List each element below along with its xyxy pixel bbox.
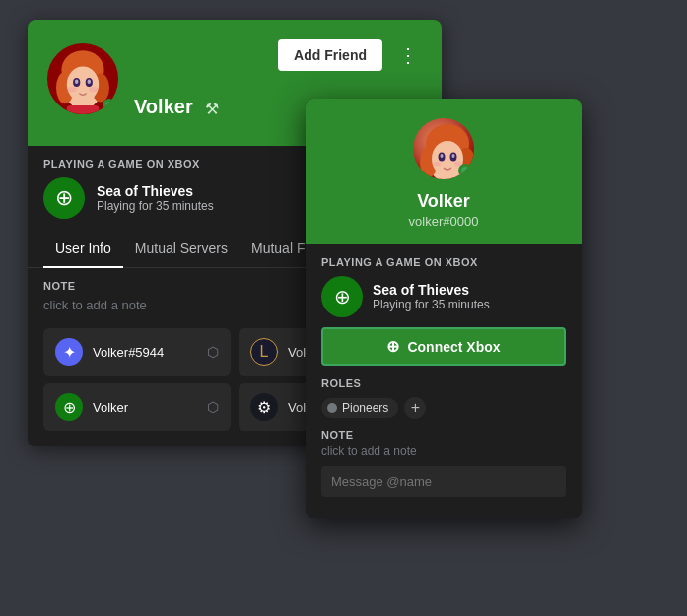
svg-point-20 [452, 154, 455, 158]
front-game-row: ⊕ Sea of Thieves Playing for 35 minutes [321, 276, 566, 317]
roles-section: ROLES Pioneers + [321, 377, 566, 419]
steam-icon: ⚙ [250, 393, 278, 421]
username-display: Volker [134, 96, 193, 118]
profile-card-front: Volker volker#0000 PLAYING A GAME ON XBO… [306, 99, 582, 518]
xbox-username: Volker [93, 400, 128, 415]
front-note-input[interactable]: click to add a note [321, 445, 566, 458]
role-badge-pioneers: Pioneers [321, 398, 398, 418]
role-name: Pioneers [342, 401, 388, 415]
front-avatar [409, 114, 478, 183]
front-game-name: Sea of Thieves [373, 282, 490, 298]
xbox-icon: ⊕ [43, 177, 85, 219]
tools-icon: ⚒ [205, 100, 219, 118]
connect-xbox-icon: ⊕ [386, 337, 399, 356]
external-link-icon-3: ⬡ [207, 399, 219, 415]
discord-icon: ✦ [55, 338, 83, 366]
connected-account-discord[interactable]: ✦ Volker#5944 ⬡ [43, 328, 231, 376]
connect-xbox-label: Connect Xbox [407, 339, 500, 355]
svg-point-9 [68, 87, 77, 92]
svg-rect-11 [67, 105, 99, 114]
league-icon: L [250, 338, 278, 366]
front-note-label: NOTE [321, 429, 566, 441]
front-note-section: NOTE click to add a note [321, 429, 566, 497]
svg-point-8 [88, 79, 92, 84]
xbox-icon-sm: ⊕ [55, 393, 83, 421]
front-status-indicator [458, 164, 472, 177]
add-friend-button[interactable]: Add Friend [278, 39, 382, 71]
game-time: Playing for 35 minutes [97, 199, 214, 213]
svg-point-21 [433, 162, 441, 167]
add-role-button[interactable]: + [404, 397, 426, 419]
status-indicator [103, 99, 116, 112]
front-playing-label: PLAYING A GAME ON XBOX [321, 256, 566, 268]
front-game-info: Sea of Thieves Playing for 35 minutes [373, 282, 490, 311]
avatar [43, 39, 122, 118]
discord-username: Volker#5944 [93, 345, 164, 360]
svg-point-4 [67, 66, 99, 102]
svg-point-7 [75, 79, 79, 84]
roles-label: ROLES [321, 377, 566, 389]
roles-row: Pioneers + [321, 397, 566, 419]
connect-xbox-button[interactable]: ⊕ Connect Xbox [321, 327, 566, 366]
front-game-time: Playing for 35 minutes [373, 298, 490, 311]
front-card-body: PLAYING A GAME ON XBOX ⊕ Sea of Thieves … [306, 244, 582, 518]
game-info: Sea of Thieves Playing for 35 minutes [97, 183, 214, 213]
front-username: Volker [417, 191, 470, 212]
more-options-button[interactable]: ⋮ [390, 39, 426, 71]
tab-mutual-servers[interactable]: Mutual Servers [123, 231, 240, 268]
game-name: Sea of Thieves [97, 183, 214, 199]
role-dot [327, 403, 337, 413]
connected-account-xbox[interactable]: ⊕ Volker ⬡ [43, 383, 231, 431]
tab-user-info[interactable]: User Info [43, 231, 123, 268]
front-xbox-icon: ⊕ [321, 276, 363, 317]
external-link-icon: ⬡ [207, 344, 219, 360]
svg-point-19 [441, 154, 444, 158]
message-input[interactable] [321, 466, 566, 497]
front-card-header: Volker volker#0000 [306, 99, 582, 244]
svg-rect-23 [431, 179, 464, 183]
svg-point-10 [89, 87, 98, 92]
front-discriminator: volker#0000 [409, 214, 479, 229]
